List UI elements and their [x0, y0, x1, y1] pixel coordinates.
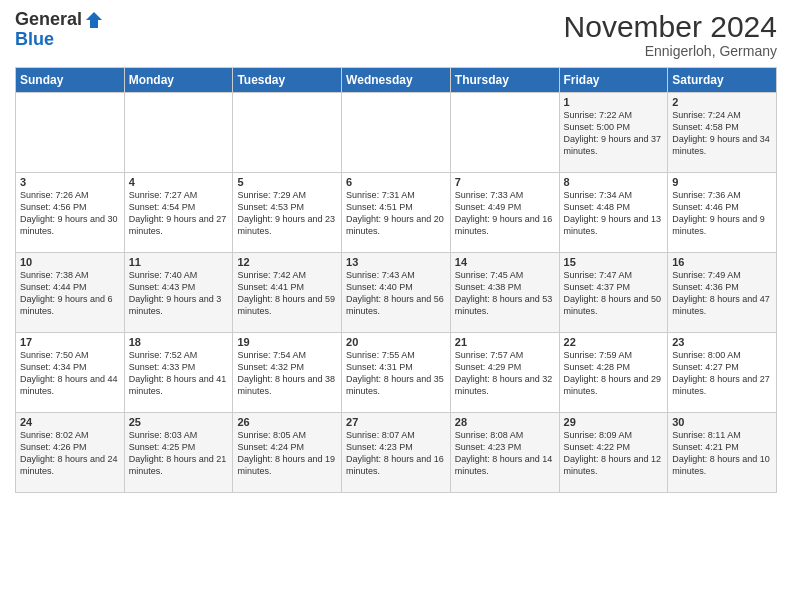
day-number: 6: [346, 176, 446, 188]
day-number: 30: [672, 416, 772, 428]
calendar-day: [342, 93, 451, 173]
calendar-day: [450, 93, 559, 173]
day-number: 16: [672, 256, 772, 268]
calendar-day: 3Sunrise: 7:26 AM Sunset: 4:56 PM Daylig…: [16, 173, 125, 253]
day-info: Sunrise: 7:29 AM Sunset: 4:53 PM Dayligh…: [237, 189, 337, 238]
title-block: November 2024 Ennigerloh, Germany: [564, 10, 777, 59]
day-number: 19: [237, 336, 337, 348]
day-info: Sunrise: 8:07 AM Sunset: 4:23 PM Dayligh…: [346, 429, 446, 478]
day-number: 21: [455, 336, 555, 348]
calendar-day: 18Sunrise: 7:52 AM Sunset: 4:33 PM Dayli…: [124, 333, 233, 413]
day-number: 22: [564, 336, 664, 348]
calendar-day: 29Sunrise: 8:09 AM Sunset: 4:22 PM Dayli…: [559, 413, 668, 493]
calendar-day: 20Sunrise: 7:55 AM Sunset: 4:31 PM Dayli…: [342, 333, 451, 413]
calendar-day: 1Sunrise: 7:22 AM Sunset: 5:00 PM Daylig…: [559, 93, 668, 173]
svg-marker-0: [86, 12, 102, 28]
calendar-day: [233, 93, 342, 173]
col-header-tuesday: Tuesday: [233, 68, 342, 93]
day-number: 24: [20, 416, 120, 428]
day-info: Sunrise: 8:08 AM Sunset: 4:23 PM Dayligh…: [455, 429, 555, 478]
day-number: 23: [672, 336, 772, 348]
day-number: 17: [20, 336, 120, 348]
day-number: 2: [672, 96, 772, 108]
day-info: Sunrise: 8:05 AM Sunset: 4:24 PM Dayligh…: [237, 429, 337, 478]
calendar-day: 15Sunrise: 7:47 AM Sunset: 4:37 PM Dayli…: [559, 253, 668, 333]
calendar-day: 9Sunrise: 7:36 AM Sunset: 4:46 PM Daylig…: [668, 173, 777, 253]
month-title: November 2024: [564, 10, 777, 43]
header: General Blue November 2024 Ennigerloh, G…: [15, 10, 777, 59]
day-info: Sunrise: 7:31 AM Sunset: 4:51 PM Dayligh…: [346, 189, 446, 238]
calendar-day: 24Sunrise: 8:02 AM Sunset: 4:26 PM Dayli…: [16, 413, 125, 493]
calendar-day: 30Sunrise: 8:11 AM Sunset: 4:21 PM Dayli…: [668, 413, 777, 493]
day-number: 14: [455, 256, 555, 268]
calendar: SundayMondayTuesdayWednesdayThursdayFrid…: [15, 67, 777, 493]
calendar-week-0: 1Sunrise: 7:22 AM Sunset: 5:00 PM Daylig…: [16, 93, 777, 173]
day-info: Sunrise: 7:34 AM Sunset: 4:48 PM Dayligh…: [564, 189, 664, 238]
day-number: 5: [237, 176, 337, 188]
day-number: 26: [237, 416, 337, 428]
day-info: Sunrise: 7:43 AM Sunset: 4:40 PM Dayligh…: [346, 269, 446, 318]
col-header-wednesday: Wednesday: [342, 68, 451, 93]
col-header-thursday: Thursday: [450, 68, 559, 93]
calendar-day: 14Sunrise: 7:45 AM Sunset: 4:38 PM Dayli…: [450, 253, 559, 333]
calendar-day: 13Sunrise: 7:43 AM Sunset: 4:40 PM Dayli…: [342, 253, 451, 333]
day-number: 18: [129, 336, 229, 348]
calendar-day: 10Sunrise: 7:38 AM Sunset: 4:44 PM Dayli…: [16, 253, 125, 333]
col-header-saturday: Saturday: [668, 68, 777, 93]
logo-general: General: [15, 10, 82, 30]
day-info: Sunrise: 8:11 AM Sunset: 4:21 PM Dayligh…: [672, 429, 772, 478]
day-info: Sunrise: 7:27 AM Sunset: 4:54 PM Dayligh…: [129, 189, 229, 238]
day-info: Sunrise: 7:50 AM Sunset: 4:34 PM Dayligh…: [20, 349, 120, 398]
day-info: Sunrise: 7:22 AM Sunset: 5:00 PM Dayligh…: [564, 109, 664, 158]
calendar-week-4: 24Sunrise: 8:02 AM Sunset: 4:26 PM Dayli…: [16, 413, 777, 493]
day-info: Sunrise: 7:45 AM Sunset: 4:38 PM Dayligh…: [455, 269, 555, 318]
col-header-friday: Friday: [559, 68, 668, 93]
calendar-day: 12Sunrise: 7:42 AM Sunset: 4:41 PM Dayli…: [233, 253, 342, 333]
page: General Blue November 2024 Ennigerloh, G…: [0, 0, 792, 612]
day-number: 4: [129, 176, 229, 188]
day-number: 13: [346, 256, 446, 268]
day-number: 15: [564, 256, 664, 268]
location: Ennigerloh, Germany: [564, 43, 777, 59]
logo-blue: Blue: [15, 30, 104, 50]
day-number: 10: [20, 256, 120, 268]
day-info: Sunrise: 8:09 AM Sunset: 4:22 PM Dayligh…: [564, 429, 664, 478]
logo-icon: [84, 10, 104, 30]
day-number: 3: [20, 176, 120, 188]
calendar-day: 28Sunrise: 8:08 AM Sunset: 4:23 PM Dayli…: [450, 413, 559, 493]
day-number: 9: [672, 176, 772, 188]
calendar-day: 2Sunrise: 7:24 AM Sunset: 4:58 PM Daylig…: [668, 93, 777, 173]
day-info: Sunrise: 7:26 AM Sunset: 4:56 PM Dayligh…: [20, 189, 120, 238]
calendar-day: 5Sunrise: 7:29 AM Sunset: 4:53 PM Daylig…: [233, 173, 342, 253]
day-number: 7: [455, 176, 555, 188]
day-info: Sunrise: 7:49 AM Sunset: 4:36 PM Dayligh…: [672, 269, 772, 318]
day-number: 27: [346, 416, 446, 428]
calendar-day: 7Sunrise: 7:33 AM Sunset: 4:49 PM Daylig…: [450, 173, 559, 253]
calendar-day: 26Sunrise: 8:05 AM Sunset: 4:24 PM Dayli…: [233, 413, 342, 493]
calendar-day: 8Sunrise: 7:34 AM Sunset: 4:48 PM Daylig…: [559, 173, 668, 253]
calendar-day: 16Sunrise: 7:49 AM Sunset: 4:36 PM Dayli…: [668, 253, 777, 333]
day-info: Sunrise: 7:24 AM Sunset: 4:58 PM Dayligh…: [672, 109, 772, 158]
calendar-week-2: 10Sunrise: 7:38 AM Sunset: 4:44 PM Dayli…: [16, 253, 777, 333]
day-info: Sunrise: 7:54 AM Sunset: 4:32 PM Dayligh…: [237, 349, 337, 398]
calendar-day: 11Sunrise: 7:40 AM Sunset: 4:43 PM Dayli…: [124, 253, 233, 333]
day-info: Sunrise: 7:55 AM Sunset: 4:31 PM Dayligh…: [346, 349, 446, 398]
calendar-day: 19Sunrise: 7:54 AM Sunset: 4:32 PM Dayli…: [233, 333, 342, 413]
calendar-day: 27Sunrise: 8:07 AM Sunset: 4:23 PM Dayli…: [342, 413, 451, 493]
day-number: 11: [129, 256, 229, 268]
day-info: Sunrise: 7:38 AM Sunset: 4:44 PM Dayligh…: [20, 269, 120, 318]
calendar-day: 22Sunrise: 7:59 AM Sunset: 4:28 PM Dayli…: [559, 333, 668, 413]
day-info: Sunrise: 7:33 AM Sunset: 4:49 PM Dayligh…: [455, 189, 555, 238]
calendar-day: [124, 93, 233, 173]
calendar-header-row: SundayMondayTuesdayWednesdayThursdayFrid…: [16, 68, 777, 93]
calendar-day: 6Sunrise: 7:31 AM Sunset: 4:51 PM Daylig…: [342, 173, 451, 253]
day-info: Sunrise: 7:42 AM Sunset: 4:41 PM Dayligh…: [237, 269, 337, 318]
day-info: Sunrise: 7:59 AM Sunset: 4:28 PM Dayligh…: [564, 349, 664, 398]
day-number: 8: [564, 176, 664, 188]
day-info: Sunrise: 7:47 AM Sunset: 4:37 PM Dayligh…: [564, 269, 664, 318]
logo: General Blue: [15, 10, 104, 50]
day-info: Sunrise: 7:52 AM Sunset: 4:33 PM Dayligh…: [129, 349, 229, 398]
day-info: Sunrise: 7:40 AM Sunset: 4:43 PM Dayligh…: [129, 269, 229, 318]
calendar-week-1: 3Sunrise: 7:26 AM Sunset: 4:56 PM Daylig…: [16, 173, 777, 253]
day-number: 25: [129, 416, 229, 428]
